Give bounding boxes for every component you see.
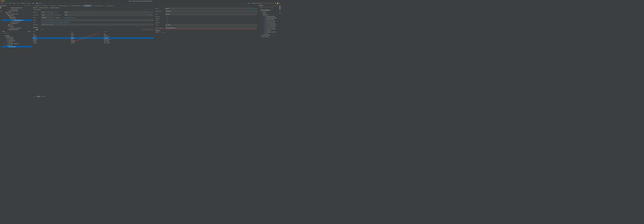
tree-node-data-stores[interactable]: ▾Data Stores — [2, 44, 32, 46]
project-tool-tab[interactable]: Project — [0, 5, 2, 9]
coverage-icon[interactable]: ⊕ — [268, 3, 268, 4]
tree-node-database-objects[interactable]: ▸Database Objects — [258, 34, 279, 36]
attr-row-onlyOnce[interactable]: onlyOnceBooleanONLY_ONCE — [32, 42, 154, 44]
db-locate-icon[interactable]: ⊙ — [272, 5, 272, 6]
transient-checkbox[interactable] — [166, 22, 168, 23]
crumb-survey[interactable]: survey — [27, 3, 30, 4]
attr-row-name[interactable]: nameStringNAME — [32, 34, 154, 36]
jmix-settings-icon[interactable]: ⚙▾ — [29, 31, 30, 32]
zoom-window[interactable] — [4, 1, 5, 2]
close-tab-icon[interactable]: ✕ — [68, 5, 69, 6]
tree-node-survey[interactable]: ▾survey1 of 3 — [258, 11, 279, 12]
run-icon[interactable]: ▶ — [264, 3, 264, 4]
editor-tab-surveyquestion-java[interactable]: SurveyQuestion.java✕ — [57, 5, 70, 7]
attr-remove-icon[interactable]: — — [38, 29, 40, 30]
editor-tab-surveyvariants-java[interactable]: SurveyVariants.java✕ — [92, 5, 104, 7]
tree-node-databasechangelog[interactable]: ▸databasechangelog — [258, 16, 279, 17]
tree-node-databaseuserrepository[interactable]: DatabaseUserRepository — [2, 7, 32, 9]
editor-tab-console[interactable]: console✕ — [42, 5, 49, 7]
crumb-survey[interactable]: survey — [1, 3, 4, 4]
debug-icon[interactable]: 🐞 — [266, 3, 267, 4]
class-input[interactable]: Survey — [64, 11, 152, 13]
editor-tab-08-010-9d8f5125-xml[interactable]: 08-010-9d8f5125.xml✕ — [70, 5, 83, 7]
crumb-com[interactable]: com — [17, 3, 19, 4]
prop-name-edit-icon[interactable]: ✎ — [256, 8, 257, 9]
attr-row-id[interactable]: idUUIDID — [32, 33, 154, 34]
prop-coldef-input[interactable] — [165, 27, 257, 29]
close-tab-icon[interactable]: ✕ — [47, 5, 48, 6]
db-ddl-icon[interactable]: ▦ — [261, 7, 262, 9]
tree-node-08-010-9d8f5125-xml[interactable]: 08-010-9d8f5125.xml — [2, 20, 32, 21]
attr-paste-icon[interactable]: 📋 — [36, 29, 38, 30]
tree-node-sec-row-level-role[interactable]: ▸sec_row_level_role — [258, 26, 279, 28]
tree-node-survey[interactable]: ▾survey — [2, 35, 32, 37]
jmix-hide-icon[interactable]: — — [30, 31, 32, 32]
settings-icon[interactable]: ⚙ — [29, 5, 30, 6]
tree-node-liquibase[interactable]: ▾liquibase — [2, 15, 32, 17]
ddl-settings-link[interactable]: DDL Generation Settings — [64, 17, 153, 18]
attr-row-isActive[interactable]: isActiveBooleanIS_ACTIVE — [32, 40, 154, 42]
prop-column-input[interactable] — [165, 24, 257, 26]
tree-node-sec-resource-role[interactable]: ▸sec_resource_role — [258, 22, 279, 23]
tree-node-application-properties[interactable]: application.properties — [2, 29, 32, 30]
crumb-entity[interactable]: entity — [32, 3, 34, 4]
editor-tab-survey-java[interactable]: Survey.java✕ — [83, 5, 92, 7]
learn-tool-tab[interactable]: Learn — [0, 10, 2, 13]
class-edit-icon[interactable]: ✎ — [152, 12, 153, 13]
hide-icon[interactable]: — — [30, 5, 32, 6]
tree-node-user-[interactable]: ▸user_ — [258, 33, 279, 34]
attr-add-icon[interactable]: ＋ — [33, 29, 34, 30]
jmix-wrench-icon[interactable]: 🛠 — [6, 33, 7, 34]
attr-row-createdBy[interactable]: createdByStringCREATED_BY — [32, 39, 154, 41]
screens-action[interactable]: ▦ Screens — [33, 7, 38, 9]
crumb-Survey[interactable]: Survey — [38, 3, 41, 4]
tree-node-fullaccessrole[interactable]: FullAccessRole — [2, 9, 32, 10]
attr-up-icon[interactable]: ▴ — [40, 29, 41, 30]
database-tree[interactable]: ▾ survey@localhost 1 of 2 ▾survey1 of 3▾… — [258, 9, 279, 98]
prop-name-input[interactable] — [165, 8, 253, 10]
inheritance-select[interactable]: Default (SINGLE_TABLE)▾ — [41, 24, 153, 26]
tree-node-build-scripts[interactable]: ▾Build Scripts — [2, 37, 32, 38]
avatar-icon[interactable] — [277, 3, 278, 4]
tree-node-server-objects[interactable]: ▸Server Objects — [258, 36, 279, 38]
mandatory-checkbox[interactable] — [166, 18, 168, 19]
lifecycle-action[interactable]: ◉ Lifecycle Callbacks — [49, 7, 59, 9]
listeners-action[interactable]: ⚡ Event Listeners — [40, 7, 48, 9]
collapse-icon[interactable]: ⇱ — [28, 5, 28, 6]
database-tool-tab[interactable]: Database — [279, 5, 281, 10]
tree-node-application-properties[interactable]: application.properties — [2, 43, 32, 44]
users-icon[interactable]: 👥▾ — [248, 3, 249, 4]
prop-atype-select[interactable]: DATATYPE▾ — [165, 11, 257, 12]
tree-node-ui-filter-configuration[interactable]: ▸ui_filter_configuration — [258, 28, 279, 30]
attr-search-input[interactable] — [142, 29, 153, 31]
attr-row-authorId[interactable]: authorIdUserAUTHOR_ID — [32, 36, 154, 37]
attr-preview-icon[interactable]: 👁 — [43, 29, 44, 30]
tree-node-010-init-user-xml[interactable]: 010-init-user.xml — [2, 21, 32, 23]
tree-node-com-company-survey[interactable]: ▾com.company.survey — [2, 13, 32, 15]
db-stop-icon[interactable]: ■ — [267, 7, 268, 9]
attr-copy-icon[interactable]: ⧉ — [35, 29, 36, 30]
editor-tab-surveylink-jav[interactable]: SurveyLink.jav✕ — [104, 5, 115, 7]
table-input[interactable]: SURVEY — [41, 17, 54, 19]
tree-node-main-data-store[interactable]: Main Data Store — [2, 46, 32, 48]
jmix-help-icon[interactable]: ? — [8, 33, 8, 34]
tree-node-databasechangeloglock[interactable]: ▸databasechangeloglock — [258, 17, 279, 19]
jmix-refresh-icon[interactable]: ⟳ — [28, 31, 28, 32]
crumb-java[interactable]: java — [13, 3, 15, 4]
prop-name-globe-icon[interactable]: 🌐 — [254, 8, 255, 9]
tree-node-sec-resource-policy[interactable]: ▸sec_resource_policy — [258, 20, 279, 22]
search-icon[interactable]: 🔍 — [275, 3, 276, 4]
db-console-icon[interactable]: ▭ — [264, 7, 265, 9]
jetbrains-icon[interactable]: ◆ — [279, 3, 280, 4]
notnull-link[interactable]: not set — [162, 32, 165, 33]
tree-node-resources[interactable]: ▾resources — [2, 12, 32, 13]
crumb-src[interactable]: src — [6, 3, 7, 4]
db-hide-icon[interactable]: — — [277, 5, 278, 6]
attr-down-icon[interactable]: ▾ — [42, 29, 42, 30]
breadcrumb[interactable]: survey〉src〉main〉java〉com〉company〉survey〉… — [1, 3, 41, 4]
jmix-tree[interactable]: ▾survey▾Build Scriptsbuild.gradlesetting… — [2, 35, 32, 98]
close-tab-icon[interactable]: ✕ — [103, 5, 104, 6]
tree-node-screen[interactable]: ▸screen — [2, 24, 32, 26]
tree-node-changelog-xml[interactable]: changelog.xml — [2, 23, 32, 24]
tree-node-changelog[interactable]: ▾changelog — [2, 17, 32, 18]
